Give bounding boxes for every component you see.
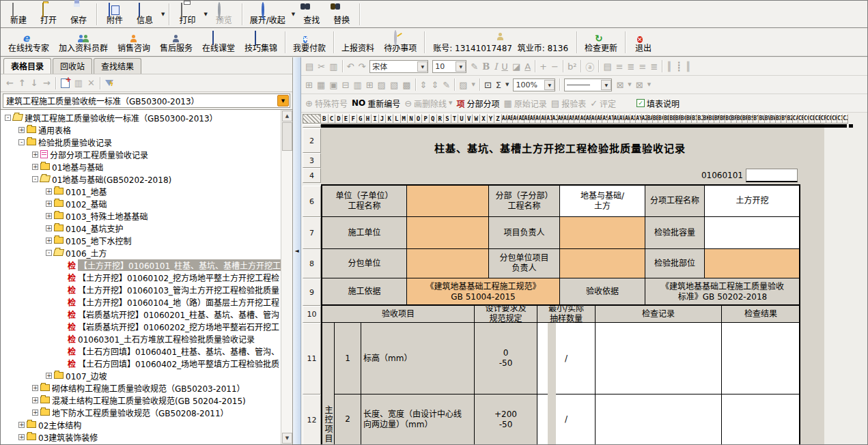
column-header[interactable]: BJ (697, 114, 703, 124)
tree-item[interactable]: 检【土方开挖】01060102_挖方场地平整土方开挖工程检 (1, 271, 281, 283)
column-header[interactable]: BV (765, 114, 770, 124)
sum-icon[interactable]: Σ (496, 80, 501, 90)
column-header[interactable]: BO (725, 114, 731, 124)
delete-icon[interactable]: ✕ (87, 78, 95, 88)
underline-icon[interactable]: U (501, 61, 508, 72)
subcontractor-input[interactable] (407, 249, 489, 278)
align-right-icon[interactable]: ≡ (639, 61, 646, 72)
tree-item[interactable]: +0101_地基 (1, 185, 281, 197)
column-header[interactable]: P (422, 114, 430, 124)
increase-icon[interactable]: + (540, 61, 547, 72)
collapse-arrow-icon[interactable]: ◄ (294, 248, 298, 254)
insert-row-icon[interactable]: ⊞ (305, 80, 313, 90)
subdivision-name-value[interactable]: 地基与基础/ 土方 (560, 186, 645, 217)
format-painter-icon[interactable]: ✎ (471, 61, 478, 72)
print-button[interactable]: 打印 (172, 3, 202, 26)
column-header[interactable]: M (401, 114, 408, 124)
column-header[interactable]: AX (630, 114, 636, 124)
column-header[interactable]: BP (731, 114, 737, 124)
tree-item[interactable]: -0106_土方 (1, 246, 281, 259)
column-header[interactable]: BU (759, 114, 764, 124)
row-height-icon[interactable]: ▨ (378, 80, 386, 90)
column-header[interactable]: H (365, 114, 372, 124)
exit-button[interactable]: ✕退出 (628, 31, 658, 54)
border-diagonal-icon[interactable]: ⊠ (616, 80, 624, 90)
todo-button[interactable]: 待办事项 (379, 31, 421, 54)
font-size-select[interactable]: 10▼ (432, 60, 466, 73)
collapse-icon[interactable]: - (5, 115, 11, 121)
tree-item[interactable]: 检【土方开挖】01060103_管沟土方开挖工程检验批质量 (1, 283, 281, 296)
expand-icon[interactable]: + (32, 410, 38, 416)
column-header[interactable]: O (415, 114, 423, 124)
check-result-input[interactable] (722, 323, 800, 394)
pay-button[interactable]: ¥我要付款 (288, 31, 331, 54)
column-header[interactable]: BM (714, 114, 720, 124)
spreadsheet-area[interactable]: BCDEFGHIJKLMNOPQRSTUVWXYZAAABACADAEAFAGA… (301, 113, 867, 444)
constructor-input[interactable] (407, 217, 489, 249)
select-all-corner[interactable] (303, 114, 321, 124)
tree-item[interactable]: 检【土石方回填】01060402_场地平整填方工程检验批质 (1, 357, 281, 369)
redo-icon[interactable]: ↷ (358, 61, 365, 72)
panel-splitter[interactable]: ◄ (293, 57, 301, 444)
row-header[interactable]: 3 (303, 153, 321, 168)
row-header[interactable]: 12 (303, 394, 321, 444)
row-header[interactable]: 7 (303, 217, 321, 249)
find-button[interactable]: 查找 (296, 3, 326, 26)
expand-icon[interactable]: + (46, 238, 52, 244)
tree-scrollbar[interactable]: ▲ ▼ (281, 110, 292, 444)
fraction-icon[interactable]: ⓐ (585, 60, 594, 73)
fill-color-icon[interactable]: ◪ (512, 61, 520, 72)
column-header[interactable]: BH (686, 114, 692, 124)
decrease-icon[interactable]: − (551, 61, 559, 72)
vertical-text-right-icon[interactable]: ║ (686, 61, 691, 72)
unit-name-input[interactable] (407, 186, 489, 217)
column-header[interactable]: BT (753, 114, 759, 124)
column-header[interactable]: CB (798, 114, 804, 124)
column-header[interactable]: CA (793, 114, 798, 124)
border-dropdown2-icon[interactable]: ▼ (647, 82, 651, 87)
open-button[interactable]: 打开 (33, 3, 64, 26)
save-button[interactable]: 保存 (64, 3, 94, 26)
column-header[interactable]: AB (507, 114, 513, 124)
column-header[interactable]: AN (574, 114, 580, 124)
column-header[interactable]: CJ (843, 114, 848, 124)
char-spacing-icon[interactable]: ⇕ (431, 80, 438, 90)
column-header[interactable]: BQ (737, 114, 742, 124)
align-fill-icon[interactable]: ▤ (603, 61, 611, 72)
column-header[interactable]: C (328, 114, 336, 124)
dropdown-arrow-icon[interactable]: ▼ (417, 61, 428, 72)
column-header[interactable]: AG (535, 114, 541, 124)
col-width-icon[interactable]: ▧ (390, 80, 398, 90)
column-header[interactable]: D (335, 114, 343, 124)
tree-item[interactable]: 检【岩质基坑开挖】01060201_柱基、基坑、基槽、管沟 (1, 308, 281, 320)
row-header-1[interactable] (303, 124, 321, 128)
nav-up-icon[interactable]: ↑ (18, 78, 26, 88)
column-header[interactable]: BK (703, 114, 709, 124)
tab-recycle-bin[interactable]: 回收站 (53, 58, 92, 74)
column-header[interactable]: Y (488, 114, 495, 124)
nav-down-icon[interactable]: ↓ (31, 78, 38, 88)
expand-icon[interactable]: + (32, 397, 38, 403)
link-icon[interactable]: ✎ (443, 80, 450, 90)
column-header[interactable]: AV (619, 114, 625, 124)
renumber-button[interactable]: NO重新编号 (352, 98, 400, 109)
insert-col-icon[interactable]: ▦ (317, 80, 325, 90)
check-record-input[interactable] (596, 394, 722, 444)
row-header[interactable]: 10 (303, 306, 321, 323)
column-header[interactable]: CF (821, 114, 826, 124)
fill-note-button[interactable]: ✓填表说明 (636, 98, 680, 109)
column-header[interactable]: AP (586, 114, 591, 124)
column-header[interactable]: AU (614, 114, 619, 124)
column-header[interactable]: CD (809, 114, 815, 124)
column-header[interactable]: CG (826, 114, 832, 124)
column-header[interactable]: T (451, 114, 459, 124)
row-header[interactable]: 9 (303, 278, 321, 306)
expand-icon[interactable]: + (46, 225, 52, 231)
font-select[interactable]: 宋体▼ (369, 60, 428, 73)
column-header[interactable]: BW (770, 114, 776, 124)
sum-dropdown-icon[interactable]: ▼ (505, 82, 509, 87)
expand-icon[interactable]: + (18, 422, 25, 428)
column-header[interactable]: L (393, 114, 401, 124)
column-header[interactable]: AI (546, 114, 552, 124)
new-button[interactable]: 新建 (3, 3, 33, 26)
